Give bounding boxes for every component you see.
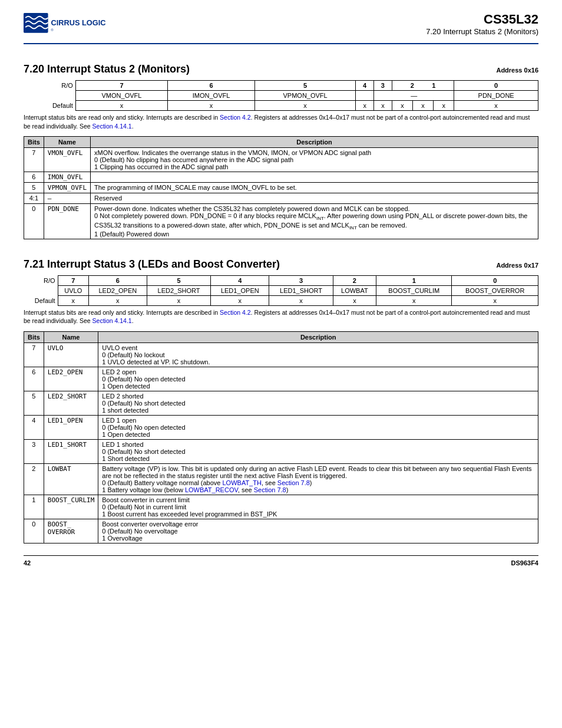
name-col-721: Name	[44, 332, 98, 343]
name-boost-overror: BOOST_OVERROR	[44, 519, 98, 543]
bits-5-721: 5	[24, 391, 44, 416]
table-row: 0 BOOST_OVERROR Boost converter overvolt…	[24, 519, 538, 543]
table-row: 7 VMON_OVFL xMON overflow. Indicates the…	[24, 148, 538, 172]
header-right: CS35L32 7.20 Interrupt Status 2 (Monitor…	[426, 12, 538, 36]
svg-text:CIRRUS LOGIC: CIRRUS LOGIC	[51, 18, 105, 27]
name-led2-open: LED2_OPEN	[44, 367, 98, 391]
section-721-address: Address 0x17	[496, 262, 538, 269]
table-row: 2 LOWBAT Battery voltage (VP) is low. Th…	[24, 464, 538, 495]
def721-x3: x	[147, 295, 211, 305]
desc-col-721: Description	[98, 332, 538, 343]
bit4-header: 4	[356, 81, 374, 91]
table-row: 4 LED1_OPEN LED 1 open0 (Default) No ope…	[24, 416, 538, 440]
bits-7: 7	[24, 148, 44, 172]
name-imon-ovfl: IMON_OVFL	[44, 172, 90, 183]
name-led2-short: LED2_SHORT	[44, 391, 98, 416]
page-header: CIRRUS LOGIC ® CS35L32 7.20 Interrupt St…	[24, 12, 538, 44]
name-reserved: —	[44, 193, 90, 204]
header-subtitle: 7.20 Interrupt Status 2 (Monitors)	[426, 27, 538, 36]
table-row: 7 UVLO UVLO event0 (Default) No lockout1…	[24, 343, 538, 367]
desc-reserved: Reserved	[91, 193, 538, 204]
bit6-721: 6	[88, 275, 147, 285]
page-number: 42	[24, 559, 31, 566]
empty-label	[24, 91, 75, 101]
link-sec4141-721[interactable]: Section 4.14.1	[92, 317, 132, 324]
vmon-ovfl-cell: VMON_OVFL	[75, 91, 167, 101]
section-720-title: 7.20 Interrupt Status 2 (Monitors)	[24, 63, 190, 75]
boost-overror-cell: BOOST_OVERROR	[452, 285, 538, 295]
name-led1-short: LED1_SHORT	[44, 440, 98, 464]
def-x5: x	[374, 101, 392, 111]
imon-ovfl-cell: IMON_OVFL	[168, 91, 255, 101]
boost-curlim-cell: BOOST_CURLIM	[376, 285, 452, 295]
bits-col-720: Bits	[24, 137, 44, 148]
name-uvlo: UVLO	[44, 343, 98, 367]
section-720-address: Address 0x16	[496, 67, 538, 74]
table-row: 3 LED1_SHORT LED 1 shorted0 (Default) No…	[24, 440, 538, 464]
link-sec78-2[interactable]: Section 7.8	[254, 486, 286, 493]
vpmon-ovfl-cell: VPMON_OVFL	[254, 91, 355, 101]
default-label-721: Default	[24, 295, 58, 305]
table-row: 5 VPMON_OVFL The programming of IMON_SCA…	[24, 183, 538, 193]
def-x8: x	[434, 101, 454, 111]
bit5-header: 5	[254, 81, 355, 91]
def721-x7: x	[376, 295, 452, 305]
section-720-header: 7.20 Interrupt Status 2 (Monitors) Addre…	[24, 54, 538, 80]
name-lowbat: LOWBAT	[44, 464, 98, 495]
desc-vpmon-ovfl: The programming of IMON_SCALE may cause …	[91, 183, 538, 193]
name-led1-open: LED1_OPEN	[44, 416, 98, 440]
bits-2-721: 2	[24, 464, 44, 495]
link-sec42-721[interactable]: Section 4.2	[220, 309, 251, 316]
bit6-header: 6	[168, 81, 255, 91]
table-row: 6 LED2_OPEN LED 2 open0 (Default) No ope…	[24, 367, 538, 391]
led1-open-cell: LED1_OPEN	[211, 285, 269, 295]
bit3-header: 3	[374, 81, 392, 91]
link-sec78-1[interactable]: Section 7.8	[277, 479, 310, 486]
bit1-721: 1	[376, 275, 452, 285]
bit0-header: 0	[454, 81, 538, 91]
bits-table-720: Bits Name Description 7 VMON_OVFL xMON o…	[24, 136, 538, 239]
reg-map-720: R/O 7 6 5 4 3 2 1 0 VMON_OVFL IMON_OVFL …	[24, 80, 538, 111]
link-lowbat-th[interactable]: LOWBAT_TH	[222, 479, 261, 486]
dash-bits: —	[374, 91, 454, 101]
bits-6: 6	[24, 172, 44, 183]
bit7-721: 7	[58, 275, 88, 285]
name-pdn-done: PDN_DONE	[44, 204, 90, 239]
desc-boost-curlim: Boost converter in current limit0 (Defau…	[98, 495, 538, 519]
name-vmon-ovfl: VMON_OVFL	[44, 148, 90, 172]
def721-x1: x	[58, 295, 88, 305]
table-row: 5 LED2_SHORT LED 2 shorted0 (Default) No…	[24, 391, 538, 416]
bits-41: 4:1	[24, 193, 44, 204]
table-row: 6 IMON_OVFL	[24, 172, 538, 183]
ro-label-721: R/O	[24, 275, 58, 285]
section-721-title: 7.21 Interrupt Status 3 (LEDs and Boost …	[24, 258, 280, 271]
lowbat-cell: LOWBAT	[333, 285, 376, 295]
table-row: 1 BOOST_CURLIM Boost converter in curren…	[24, 495, 538, 519]
desc-led2-short: LED 2 shorted0 (Default) No short detect…	[98, 391, 538, 416]
reg-map-721: R/O 7 6 5 4 3 2 1 0 UVLO LED2_OPEN LED2_…	[24, 275, 538, 306]
def-x7: x	[412, 101, 433, 111]
bit5-721: 5	[147, 275, 211, 285]
bits-3-721: 3	[24, 440, 44, 464]
def721-x6: x	[333, 295, 376, 305]
desc-led1-short: LED 1 shorted0 (Default) No short detect…	[98, 440, 538, 464]
name-boost-curlim: BOOST_CURLIM	[44, 495, 98, 519]
bits-1-721: 1	[24, 495, 44, 519]
led2-open-cell: LED2_OPEN	[88, 285, 147, 295]
link-lowbat-recov[interactable]: LOWBAT_RECOV	[185, 486, 238, 493]
bits-6-721: 6	[24, 367, 44, 391]
def721-x8: x	[452, 295, 538, 305]
desc-uvlo: UVLO event0 (Default) No lockout1 UVLO d…	[98, 343, 538, 367]
svg-text:®: ®	[51, 28, 54, 32]
bits-0: 0	[24, 204, 44, 239]
table-row: 0 PDN_DONE Power-down done. Indicates wh…	[24, 204, 538, 239]
pdn-done-cell: PDN_DONE	[454, 91, 538, 101]
page-footer: 42 DS963F4	[24, 555, 538, 566]
doc-number: DS963F4	[511, 559, 538, 566]
def721-x2: x	[88, 295, 147, 305]
bit7-header: 7	[75, 81, 167, 91]
def-x2: x	[168, 101, 255, 111]
section-721-header: 7.21 Interrupt Status 3 (LEDs and Boost …	[24, 249, 538, 275]
link-sec42-720[interactable]: Section 4.2	[220, 114, 251, 121]
link-sec4141-720[interactable]: Section 4.14.1	[92, 123, 132, 130]
